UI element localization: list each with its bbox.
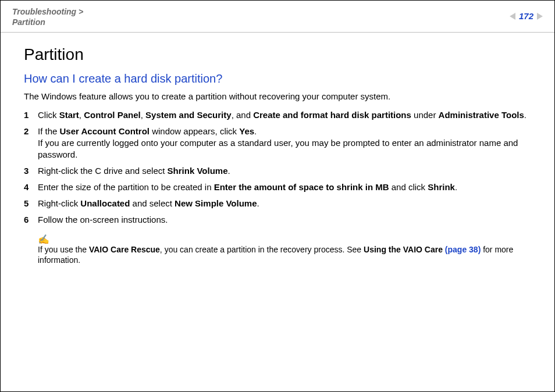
step-item: 1 Click Start, Control Panel, System and… (24, 109, 531, 121)
step-item: 5 Right-click Unallocated and select New… (24, 198, 531, 209)
step-number: 6 (24, 214, 38, 226)
step-text: Right-click Unallocated and select New S… (38, 198, 531, 209)
note-block: ✍ If you use the VAIO Care Rescue, you c… (38, 235, 531, 265)
breadcrumb-sep: > (76, 7, 83, 16)
prev-page-icon[interactable] (510, 13, 515, 20)
note-link[interactable]: (page 38) (445, 245, 481, 254)
step-item: 3 Right-click the C drive and select Shr… (24, 165, 531, 177)
step-item: 6 Follow the on-screen instructions. (24, 214, 531, 226)
page-number: 172 (519, 11, 533, 21)
note-icon: ✍ (38, 235, 531, 244)
steps-list: 1 Click Start, Control Panel, System and… (24, 109, 531, 226)
step-number: 2 (24, 126, 38, 161)
step-text: If the User Account Control window appea… (38, 126, 531, 161)
step-number: 4 (24, 181, 38, 193)
step-number: 1 (24, 109, 38, 121)
step-text: Click Start, Control Panel, System and S… (38, 109, 531, 121)
step-text: Enter the size of the partition to be cr… (38, 181, 531, 193)
note-text: If you use the VAIO Care Rescue, you can… (38, 244, 531, 265)
intro-text: The Windows feature allows you to create… (24, 91, 531, 101)
step-text: Right-click the C drive and select Shrin… (38, 165, 531, 177)
content-area: Partition How can I create a hard disk p… (1, 33, 554, 265)
step-number: 3 (24, 165, 38, 177)
step-number: 5 (24, 198, 38, 209)
section-question: How can I create a hard disk partition? (24, 72, 531, 85)
step-item: 2 If the User Account Control window app… (24, 126, 531, 161)
breadcrumb: Troubleshooting > Partition (12, 6, 543, 27)
step-item: 4 Enter the size of the partition to be … (24, 181, 531, 193)
breadcrumb-current: Partition (12, 17, 45, 27)
step-text: Follow the on-screen instructions. (38, 214, 531, 226)
next-page-icon[interactable] (537, 13, 543, 20)
page-title: Partition (24, 45, 531, 64)
breadcrumb-parent[interactable]: Troubleshooting (12, 7, 76, 16)
page-indicator: 172 (510, 11, 543, 21)
